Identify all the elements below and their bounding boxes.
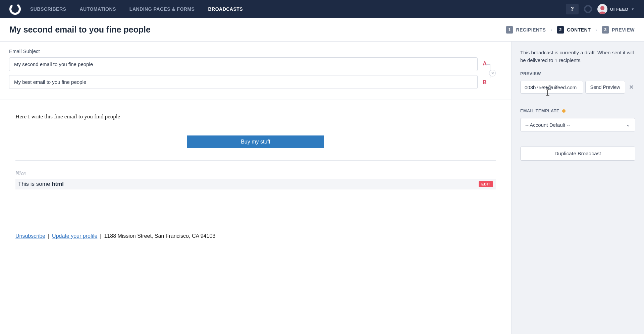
avatar <box>597 4 607 14</box>
caret-down-icon: ▼ <box>631 7 635 11</box>
user-menu[interactable]: UI FEED ▼ <box>597 4 635 14</box>
footer-address: 1188 Mission Street, San Francisco, CA 9… <box>104 233 215 239</box>
step-preview[interactable]: 3 PREVIEW <box>602 26 635 34</box>
status-ring-icon <box>584 5 592 13</box>
html-block[interactable]: This is some html EDIT <box>15 179 496 189</box>
svg-point-1 <box>600 6 604 10</box>
chevron-right-icon: › <box>595 27 597 33</box>
nav-automations[interactable]: AUTOMATIONS <box>79 6 116 12</box>
nice-text[interactable]: Nice <box>15 170 496 177</box>
nav-right: ? UI FEED ▼ <box>566 4 635 14</box>
close-preview-icon[interactable]: ✕ <box>627 84 635 91</box>
subject-label: Email Subject <box>9 48 501 54</box>
send-preview-button[interactable]: Send Preview <box>585 81 625 94</box>
subject-block: Email Subject A B <box>0 42 511 100</box>
step-number: 2 <box>557 26 564 34</box>
email-footer: Unsubscribe | Update your profile | 1188… <box>0 196 511 249</box>
draft-status-text: This broadcast is currently a draft. Whe… <box>520 49 635 64</box>
template-heading: EMAIL TEMPLATE <box>520 109 635 113</box>
subject-input-b[interactable] <box>9 75 478 89</box>
step-number: 1 <box>506 26 513 34</box>
step-number: 3 <box>602 26 609 34</box>
variant-b-label: B <box>482 79 487 86</box>
logo-icon[interactable] <box>9 3 21 15</box>
chevron-right-icon: › <box>550 27 552 33</box>
subject-input-a[interactable] <box>9 57 478 71</box>
template-select[interactable]: -- Account Default -- ⌄ <box>520 118 635 131</box>
editor-paragraph[interactable]: Here I write this fine email to you find… <box>15 113 496 120</box>
email-editor[interactable]: Here I write this fine email to you find… <box>0 100 511 196</box>
svg-point-0 <box>9 3 21 15</box>
step-recipients[interactable]: 1 RECIPIENTS <box>506 26 546 34</box>
status-dot-icon <box>562 109 566 113</box>
update-profile-link[interactable]: Update your profile <box>52 233 97 239</box>
sub-header: My second email to you fine people 1 REC… <box>0 18 644 42</box>
nav-broadcasts[interactable]: BROADCASTS <box>208 6 243 12</box>
content-column: Email Subject A B <box>0 42 512 334</box>
duplicate-broadcast-button[interactable]: Duplicate Broadcast <box>520 147 635 161</box>
main: Email Subject A B <box>0 42 644 334</box>
html-block-text: This is some html <box>18 181 64 187</box>
template-value: -- Account Default -- <box>525 122 570 128</box>
help-button[interactable]: ? <box>566 4 579 14</box>
top-nav: SUBSCRIBERS AUTOMATIONS LANDING PAGES & … <box>0 0 644 18</box>
preview-heading: PREVIEW <box>520 71 635 76</box>
user-label: UI FEED <box>610 7 629 12</box>
step-label: PREVIEW <box>612 27 635 33</box>
unsubscribe-link[interactable]: Unsubscribe <box>15 233 45 239</box>
editor-divider <box>15 160 496 161</box>
variant-a-label: A <box>482 61 487 67</box>
sidebar: This broadcast is currently a draft. Whe… <box>512 42 644 334</box>
chevron-down-icon: ⌄ <box>626 122 630 127</box>
nav-subscribers[interactable]: SUBSCRIBERS <box>30 6 66 12</box>
preview-email-input[interactable] <box>520 81 583 94</box>
wizard-steps: 1 RECIPIENTS › 2 CONTENT › 3 PREVIEW <box>506 26 635 34</box>
step-label: RECIPIENTS <box>516 27 546 33</box>
page-title: My second email to you fine people <box>9 25 500 35</box>
edit-html-button[interactable]: EDIT <box>479 181 493 187</box>
nav-landing-pages-forms[interactable]: LANDING PAGES & FORMS <box>129 6 195 12</box>
step-label: CONTENT <box>567 27 591 33</box>
remove-ab-test-button[interactable]: ✕ <box>489 70 496 76</box>
step-content[interactable]: 2 CONTENT <box>557 26 591 34</box>
cta-button[interactable]: Buy my stuff <box>187 135 324 148</box>
nav-links: SUBSCRIBERS AUTOMATIONS LANDING PAGES & … <box>30 6 243 12</box>
